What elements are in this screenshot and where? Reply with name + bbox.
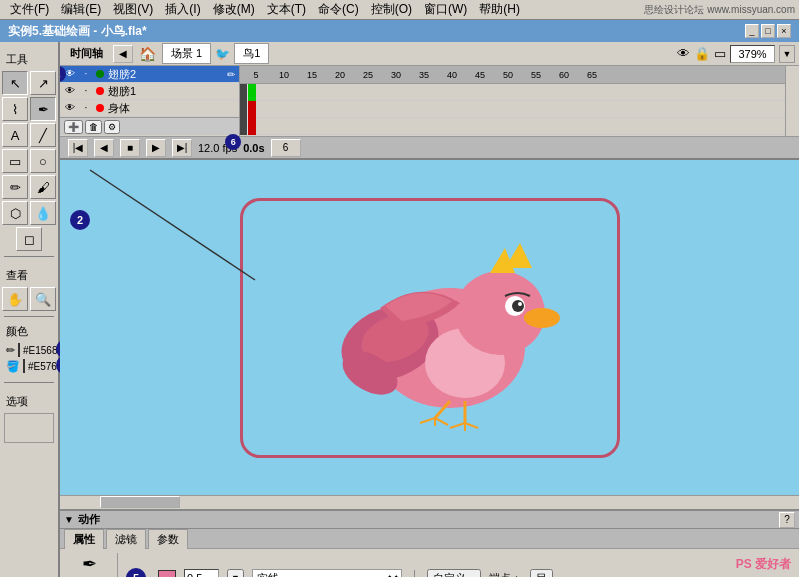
menu-edit[interactable]: 编辑(E) [55, 1, 107, 18]
h-scrollbar[interactable] [60, 495, 799, 509]
frame-num-60: 60 [550, 70, 578, 80]
maximize-button[interactable]: □ [761, 24, 775, 38]
hand-tool[interactable]: ✋ [2, 287, 28, 311]
text-tool[interactable]: A [2, 123, 28, 147]
stroke-color-small[interactable] [158, 570, 176, 577]
stroke-size-dropdown[interactable]: ▼ [227, 569, 244, 577]
stop-btn[interactable]: ■ [120, 139, 140, 157]
options-box [4, 413, 54, 443]
colors-label: 颜色 [6, 325, 28, 337]
add-layer-btn[interactable]: ➕ [64, 120, 83, 134]
panel-help-icon[interactable]: ? [779, 512, 795, 528]
frame-num-10: 10 [270, 70, 298, 80]
line-tool[interactable]: ╱ [30, 123, 56, 147]
timeline-back-btn[interactable]: ◀ [113, 45, 133, 63]
symbol-tab[interactable]: 鸟1 [234, 43, 269, 64]
oval-tool[interactable]: ○ [30, 149, 56, 173]
frame-row-wing2 [240, 84, 785, 101]
rect-tool[interactable]: ▭ [2, 149, 28, 173]
arrow-tool[interactable]: ↖ [2, 71, 28, 95]
lock-icon: 🔒 [694, 46, 710, 61]
tab-properties[interactable]: 属性 [64, 529, 104, 549]
scene-icon: 🏠 [139, 46, 156, 62]
layer-item-wing1[interactable]: 👁 · 翅膀1 [60, 83, 239, 100]
eyedrop-tool[interactable]: 💧 [30, 201, 56, 225]
svg-point-10 [512, 300, 524, 312]
toolbar-label: 工具 [2, 50, 56, 69]
layer-lock-wing1[interactable]: · [80, 85, 92, 97]
frame-next-btn[interactable]: ▶| [172, 139, 192, 157]
play-btn[interactable]: ▶ [146, 139, 166, 157]
frame-num-20: 20 [326, 70, 354, 80]
zoom-tool[interactable]: 🔍 [30, 287, 56, 311]
layer-item-wing2[interactable]: 👁 · 翅膀2 ✏ 1 [60, 66, 239, 83]
menu-view[interactable]: 视图(V) [107, 1, 159, 18]
stroke-style-select[interactable]: 实线 [252, 569, 402, 577]
keyframe-body-1[interactable] [240, 118, 248, 135]
eraser-tool[interactable]: ◻ [16, 227, 42, 251]
layer-lock-body[interactable]: · [80, 102, 92, 114]
endpoint-label: 端点： [489, 571, 522, 578]
layer-name-body: 身体 [108, 101, 235, 116]
bottom-panel: ▼ 动作 ? 属性 滤镜 参数 ✒ 钢笔 工具 5 [60, 509, 799, 577]
stroke-pencil-icon: ✏ [6, 344, 15, 357]
menu-window[interactable]: 窗口(W) [418, 1, 473, 18]
layer-vis-body[interactable]: 👁 [64, 102, 76, 114]
title-bar: 实例5.基础绘画 - 小鸟.fla* _ □ × [0, 20, 799, 42]
pencil-tool[interactable]: ✏ [2, 175, 28, 199]
svg-line-18 [450, 423, 465, 428]
menu-help[interactable]: 帮助(H) [473, 1, 526, 18]
menu-modify[interactable]: 修改(M) [207, 1, 261, 18]
menu-text[interactable]: 文本(T) [261, 1, 312, 18]
stage-area: 2 [60, 160, 799, 495]
close-button[interactable]: × [777, 24, 791, 38]
layer-color-wing1 [96, 87, 104, 95]
delete-layer-btn[interactable]: 🗑 [85, 120, 102, 134]
panel-section-title: 动作 [78, 512, 100, 527]
endpoint-icon[interactable]: 目 [530, 569, 553, 577]
fill-color-swatch[interactable] [23, 359, 25, 373]
frame-num-25: 25 [354, 70, 382, 80]
stroke-size-input[interactable] [184, 569, 219, 577]
frame-row-wing1 [240, 101, 785, 118]
fill-tool[interactable]: ⬡ [2, 201, 28, 225]
frame-num-55: 55 [522, 70, 550, 80]
play-back-btn[interactable]: ◀ [94, 139, 114, 157]
svg-line-0 [90, 170, 255, 280]
frame-num-40: 40 [438, 70, 466, 80]
timeline-area: 时间轴 ◀ 🏠 场景 1 🐦 鸟1 👁 🔒 ▭ ▼ [60, 42, 799, 160]
subselect-tool[interactable]: ↗ [30, 71, 56, 95]
layer-lock-wing2[interactable]: · [80, 68, 92, 80]
custom-btn[interactable]: 自定义... [427, 569, 481, 577]
panel-collapse-arrow[interactable]: ▼ [64, 514, 74, 525]
zoom-dropdown-btn[interactable]: ▼ [779, 45, 795, 63]
frame-display-btn[interactable]: 6 [271, 139, 301, 157]
brush-tool[interactable]: 🖌 [30, 175, 56, 199]
minimize-button[interactable]: _ [745, 24, 759, 38]
pen-tool[interactable]: ✒ [30, 97, 56, 121]
menu-command[interactable]: 命令(C) [312, 1, 365, 18]
layer-props-btn[interactable]: ⚙ [104, 120, 120, 134]
layer-color-body [96, 104, 104, 112]
tab-filters[interactable]: 滤镜 [106, 529, 146, 549]
lasso-tool[interactable]: ⌇ [2, 97, 28, 121]
canvas-border [240, 198, 620, 458]
timeline-vscroll[interactable] [785, 66, 799, 136]
frame-prev-btn[interactable]: |◀ [68, 139, 88, 157]
layer-vis-wing1[interactable]: 👁 [64, 85, 76, 97]
scene-tab[interactable]: 场景 1 [162, 43, 211, 64]
toolbar: 工具 ↖ ↗ ⌇ ✒ A ╱ ▭ ○ ✏ 🖌 ⬡ 💧 ◻ 查看 [0, 42, 60, 577]
stroke-color-swatch[interactable] [18, 343, 20, 357]
tab-params[interactable]: 参数 [148, 529, 188, 549]
layer-item-body[interactable]: 👁 · 身体 [60, 100, 239, 117]
menu-file[interactable]: 文件(F) [4, 1, 55, 18]
keyframe-wing2-1[interactable] [240, 84, 248, 101]
menu-insert[interactable]: 插入(I) [159, 1, 206, 18]
layer-name-wing2: 翅膀2 [108, 67, 223, 82]
circle-2: 2 [70, 210, 90, 230]
frame-num-35: 35 [410, 70, 438, 80]
layer-color-wing2 [96, 70, 104, 78]
keyframe-wing1-1[interactable] [240, 101, 248, 118]
menu-control[interactable]: 控制(O) [365, 1, 418, 18]
zoom-input[interactable] [730, 45, 775, 63]
